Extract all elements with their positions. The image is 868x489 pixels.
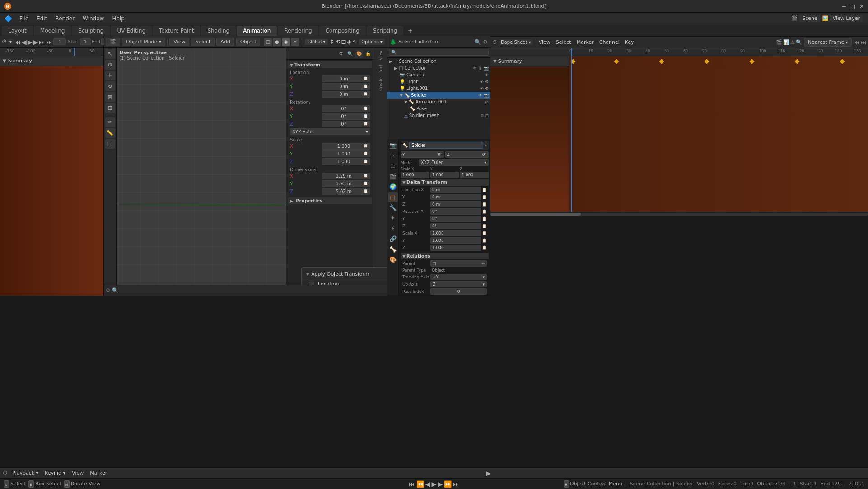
delta-loc-z[interactable]: 0 m bbox=[430, 201, 481, 207]
pass-index-val[interactable]: 0 bbox=[430, 288, 487, 295]
delta-scale-x[interactable]: 1.000 bbox=[430, 230, 481, 236]
ds-channel-menu[interactable]: Channel bbox=[597, 39, 621, 46]
ds-view-menu[interactable]: View bbox=[537, 39, 552, 46]
scale-x[interactable]: 1.000 📋 bbox=[322, 143, 370, 150]
tab-sculpting[interactable]: Sculpting bbox=[72, 26, 110, 36]
create-tab[interactable]: Create bbox=[378, 75, 383, 93]
mode-selector[interactable]: ▾ bbox=[8, 39, 14, 45]
menu-file[interactable]: File bbox=[16, 14, 32, 23]
bp-prev-frame[interactable]: ◀ bbox=[425, 480, 430, 488]
menu-window[interactable]: Window bbox=[79, 14, 107, 23]
object-name-input[interactable] bbox=[409, 142, 483, 149]
menu-render[interactable]: Render bbox=[51, 14, 78, 23]
add-cube-tool[interactable]: □ bbox=[105, 139, 115, 149]
delta-scale-y-copy[interactable]: 📋 bbox=[482, 238, 487, 243]
soldier-mesh-item[interactable]: △ Soldier_mesh ⚙ ⊡ bbox=[387, 112, 490, 119]
props-icon-4[interactable]: 🔒 bbox=[364, 50, 372, 58]
rot-y-compact[interactable]: Y 0° bbox=[401, 151, 444, 158]
outliner-filter[interactable]: 🔍 bbox=[474, 39, 481, 45]
props-icon-2[interactable]: 🔍 bbox=[346, 50, 354, 58]
outliner-sync[interactable]: ⚙ bbox=[483, 39, 488, 45]
scale-z-val[interactable]: 1.000 bbox=[460, 172, 489, 178]
delta-transform-header[interactable]: ▼ Delta Transform bbox=[401, 179, 489, 186]
light001-item[interactable]: 💡 Light.001 👁 ⚙ bbox=[387, 85, 490, 92]
location-checkbox[interactable] bbox=[309, 282, 314, 285]
ds-icon-3[interactable]: ⚠ bbox=[790, 39, 795, 45]
tab-shading[interactable]: Shading bbox=[201, 26, 236, 36]
props-modifier-icon[interactable]: 🔧 bbox=[388, 202, 398, 212]
delta-loc-y[interactable]: 0 m bbox=[430, 194, 481, 200]
props-data-icon[interactable]: 🦴 bbox=[388, 244, 398, 254]
transform-icon2[interactable]: ⟲ bbox=[336, 38, 341, 45]
delta-rot-x-copy[interactable]: 📋 bbox=[482, 209, 487, 214]
select-tool[interactable]: ↖ bbox=[105, 49, 115, 59]
object-mode-btn[interactable]: Object Mode ▾ bbox=[122, 38, 165, 46]
soldier-item[interactable]: ▼ 🦴 Soldier 👁 📷 bbox=[387, 92, 490, 99]
tab-layout[interactable]: Layout bbox=[2, 26, 33, 36]
add-menu[interactable]: Add bbox=[216, 38, 234, 46]
tab-compositing[interactable]: Compositing bbox=[319, 26, 366, 36]
props-particles-icon[interactable]: ✦ bbox=[388, 213, 398, 223]
collection-item[interactable]: ▶ □ Collection 👁 🖱 📷 bbox=[387, 65, 490, 71]
transform-icon4[interactable]: ◈ bbox=[347, 38, 351, 45]
next-frame-btn[interactable]: ▶ bbox=[33, 38, 38, 46]
tab-uv-editing[interactable]: UV Editing bbox=[111, 26, 152, 36]
view-layer-name[interactable]: View Layer bbox=[830, 15, 863, 22]
tab-add[interactable]: + bbox=[404, 26, 416, 36]
properties-section-header[interactable]: ▶ Properties bbox=[288, 197, 372, 204]
ds-marker-menu[interactable]: Marker bbox=[575, 39, 596, 46]
camera-item[interactable]: 📷 Camera 👁 bbox=[387, 71, 490, 78]
prev-keyframe-btn[interactable]: ⏮ bbox=[14, 38, 21, 46]
dopesheet-tracks[interactable] bbox=[569, 56, 868, 212]
tab-modeling[interactable]: Modeling bbox=[34, 26, 71, 36]
keying-menu[interactable]: Keying ▾ bbox=[43, 470, 67, 476]
scale-y-val[interactable]: 1.000 bbox=[430, 172, 459, 178]
view-menu-anim[interactable]: View bbox=[70, 470, 85, 476]
location-checkbox-item[interactable]: Location bbox=[302, 279, 387, 285]
bp-prev-key[interactable]: ⏪ bbox=[416, 480, 424, 488]
delta-scale-x-copy[interactable]: 📋 bbox=[482, 231, 487, 235]
delta-scale-y[interactable]: 1.000 bbox=[430, 237, 481, 244]
mode-dropdown[interactable]: XYZ Euler▾ bbox=[419, 159, 489, 166]
ds-key-menu[interactable]: Key bbox=[623, 39, 636, 46]
nearest-frame-btn[interactable]: Nearest Frame ▾ bbox=[804, 38, 852, 47]
props-output-icon[interactable]: 🖨 bbox=[388, 150, 398, 160]
tab-scripting[interactable]: Scripting bbox=[367, 26, 403, 36]
relations-section-header[interactable]: ▼ Relations bbox=[401, 253, 489, 259]
tab-rendering[interactable]: Rendering bbox=[278, 26, 318, 36]
tracking-axis-dropdown[interactable]: +Y▾ bbox=[430, 274, 487, 280]
delta-loc-z-copy[interactable]: 📋 bbox=[482, 202, 487, 207]
transform-section-header[interactable]: ▼ Transform bbox=[288, 61, 372, 68]
transform-icon5[interactable]: ∿ bbox=[352, 38, 357, 45]
scale-y[interactable]: 1.000 📋 bbox=[322, 150, 370, 157]
props-icon-1[interactable]: ⚙ bbox=[337, 50, 345, 58]
object-fake-user[interactable]: F bbox=[485, 143, 487, 148]
bp-jump-end[interactable]: ⏭ bbox=[453, 480, 459, 488]
scale-tool[interactable]: ⊠ bbox=[105, 92, 115, 102]
up-axis-dropdown[interactable]: Z▾ bbox=[430, 281, 487, 287]
viewport-canvas[interactable]: ↖ ⊕ ✛ ↻ ⊠ ⊞ ✏ 📏 □ View Tool Create bbox=[104, 48, 387, 285]
bp-play[interactable]: ▶ bbox=[432, 480, 437, 488]
shading-solid[interactable]: ● bbox=[273, 38, 281, 46]
last-frame-btn[interactable]: ⏭ bbox=[46, 38, 52, 46]
rotation-x[interactable]: 0° 📋 bbox=[322, 105, 370, 112]
rotate-tool[interactable]: ↻ bbox=[105, 81, 115, 91]
delta-loc-y-copy[interactable]: 📋 bbox=[482, 195, 487, 199]
armature-item[interactable]: ▼ 🦴 Armature.001 ⚙ bbox=[387, 99, 490, 105]
menu-help[interactable]: Help bbox=[108, 14, 128, 23]
view-tab[interactable]: View bbox=[378, 49, 383, 62]
props-view-layer-icon[interactable]: 🗂 bbox=[388, 161, 398, 171]
shading-material[interactable]: ◉ bbox=[282, 38, 290, 46]
props-scene-icon[interactable]: 🎬 bbox=[388, 171, 398, 181]
delta-rot-z-copy[interactable]: 📋 bbox=[482, 224, 487, 228]
playback-menu[interactable]: Playback ▾ bbox=[10, 470, 40, 476]
shading-wireframe[interactable]: □ bbox=[264, 38, 272, 46]
props-constraints-icon[interactable]: 🔗 bbox=[388, 234, 398, 244]
dopesheet-type-selector[interactable]: Dope Sheet ▾ bbox=[499, 39, 533, 45]
shading-rendered[interactable]: ☀ bbox=[291, 38, 299, 46]
menu-edit[interactable]: Edit bbox=[33, 14, 51, 23]
object-menu[interactable]: Object bbox=[236, 38, 261, 46]
delta-scale-z-copy[interactable]: 📋 bbox=[482, 245, 487, 250]
minimize-btn[interactable]: ─ bbox=[842, 3, 846, 10]
start-frame-input[interactable] bbox=[80, 38, 91, 45]
